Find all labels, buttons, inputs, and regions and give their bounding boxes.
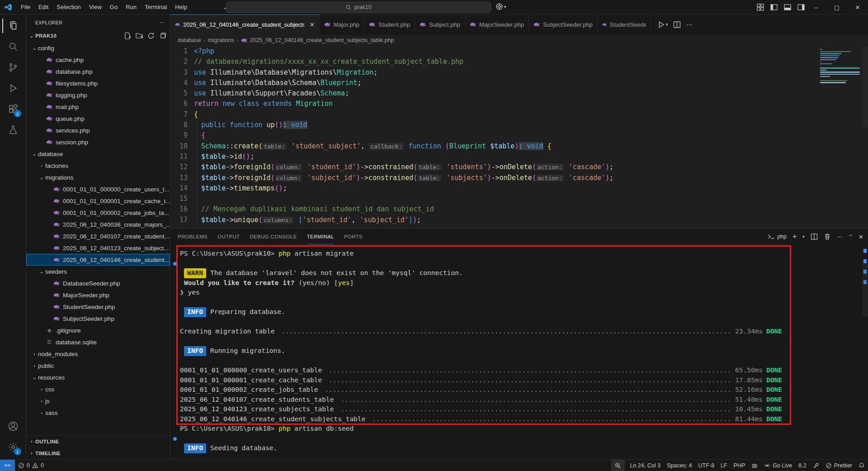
tree-item[interactable]: ›public (26, 360, 170, 371)
close-tab-icon[interactable]: ✕ (310, 21, 315, 28)
tree-item[interactable]: SubjectSeeder.php (26, 313, 170, 324)
tree-item[interactable]: filesystems.php (26, 77, 170, 89)
tree-item[interactable]: ☰database.sqlite (26, 336, 170, 348)
panel-tab-ports[interactable]: PORTS (344, 229, 363, 244)
breadcrumb-segment[interactable]: 2025_06_12_040146_create_student_subject… (250, 37, 394, 43)
close-button[interactable]: ✕ (847, 0, 868, 14)
tree-item[interactable]: ›sass (26, 407, 170, 419)
editor-tab[interactable]: SubjectSeeder.php (529, 14, 598, 34)
menu-help[interactable]: Help (171, 2, 191, 12)
menu-edit[interactable]: Edit (34, 2, 52, 12)
maximize-button[interactable]: ▢ (826, 0, 847, 14)
account-icon[interactable] (2, 416, 24, 437)
copilot-status[interactable] (748, 460, 761, 471)
tree-item[interactable]: logging.php (26, 89, 170, 101)
run-debug-icon[interactable] (2, 78, 24, 99)
toggle-sidebar-icon[interactable] (770, 4, 778, 11)
minimize-button[interactable]: – (806, 0, 826, 14)
language-mode[interactable]: PHP (731, 460, 749, 471)
tree-item[interactable]: ◈.gitignore (26, 324, 170, 336)
eol-sequence[interactable]: LF (717, 460, 731, 471)
new-folder-icon[interactable] (136, 32, 143, 39)
tree-item[interactable]: ›node_modules (26, 348, 170, 360)
cursor-position[interactable]: Ln 24, Col 3 (627, 460, 663, 471)
tree-item[interactable]: database.php (26, 66, 170, 77)
breadcrumb-segment[interactable]: migrations (208, 37, 234, 43)
tree-item[interactable]: ›js (26, 395, 170, 407)
tree-item[interactable]: services.php (26, 124, 170, 136)
tree-item[interactable]: ⌄migrations (26, 171, 170, 183)
copilot-menu[interactable]: ▾ (495, 3, 506, 10)
shell-selector[interactable]: php (768, 233, 787, 240)
panel-tab-problems[interactable]: PROBLEMS (178, 229, 208, 244)
toggle-panel-icon[interactable] (784, 4, 791, 11)
terminal-output[interactable]: PS C:\Users\ASUS\prak10> php artisan mig… (170, 244, 868, 459)
source-control-icon[interactable] (2, 57, 24, 78)
tree-item[interactable]: ⌄database (26, 148, 170, 160)
settings-gear-icon[interactable]: 1 (2, 437, 24, 457)
tree-item[interactable]: ›css (26, 383, 170, 395)
editor-tab[interactable]: MajorSeeder.php (465, 14, 529, 34)
root-folder-row[interactable]: ⌄ PRAK10 (26, 30, 170, 41)
explorer-icon[interactable] (2, 15, 24, 36)
menu-selection[interactable]: Selection (52, 2, 85, 12)
breadcrumb[interactable]: database›migrations›2025_06_12_040146_cr… (170, 34, 868, 46)
timeline-section[interactable]: › TIMELINE (26, 447, 170, 459)
menu-go[interactable]: Go (106, 2, 122, 12)
editor-tab[interactable]: Subject.php (415, 14, 465, 34)
indentation[interactable]: Spaces: 4 (664, 460, 695, 471)
tree-item[interactable]: mail.php (26, 101, 170, 113)
panel-more-icon[interactable]: ⋯ (837, 233, 843, 240)
menu-run[interactable]: Run (122, 2, 141, 12)
split-editor-icon[interactable] (673, 21, 681, 29)
remote-indicator[interactable]: >< (0, 460, 15, 471)
menu-terminal[interactable]: Terminal (141, 2, 171, 12)
run-php-button[interactable]: ▾ (657, 21, 668, 29)
search-sidebar-icon[interactable] (2, 36, 24, 57)
key-status[interactable] (810, 460, 822, 471)
testing-icon[interactable] (2, 119, 24, 140)
split-terminal-icon[interactable] (811, 233, 818, 240)
close-panel-icon[interactable]: ✕ (859, 233, 863, 240)
terminal-scrollbar[interactable] (862, 262, 868, 317)
problems-status[interactable]: 0 0 (15, 460, 47, 471)
sidebar-more-icon[interactable]: ⋯ (160, 19, 165, 25)
tree-item[interactable]: ›factories (26, 160, 170, 171)
tree-item[interactable]: ⌄seeders (26, 266, 170, 277)
refresh-icon[interactable] (147, 32, 155, 39)
tree-item[interactable]: DatabaseSeeder.php (26, 277, 170, 289)
customize-layout-icon[interactable] (757, 4, 764, 11)
tree-item[interactable]: queue.php (26, 113, 170, 124)
tree-item[interactable]: ⌄resources (26, 371, 170, 383)
editor-tab[interactable]: Major.php (320, 14, 364, 34)
tree-item[interactable]: ⌄config (26, 42, 170, 54)
minimap[interactable] (818, 47, 862, 86)
extensions-icon[interactable]: 2 (2, 99, 24, 119)
notifications-bell[interactable] (855, 460, 868, 471)
new-terminal-icon[interactable]: + (793, 233, 797, 241)
editor-tab[interactable]: Student.php (364, 14, 415, 34)
tree-item[interactable]: StudentSeeder.php (26, 301, 170, 313)
encoding[interactable]: UTF-8 (695, 460, 717, 471)
tree-item[interactable]: session.php (26, 136, 170, 148)
tree-item[interactable]: 0001_01_01_000002_create_jobs_ta... (26, 207, 170, 219)
php-version[interactable]: 8.2 (795, 460, 809, 471)
maximize-panel-icon[interactable]: ⌃ (849, 234, 853, 240)
editor-tab[interactable]: 2025_06_12_040146_create_student_subject… (170, 14, 320, 34)
toggle-secondary-sidebar-icon[interactable] (797, 4, 805, 11)
kill-terminal-icon[interactable] (824, 233, 831, 240)
panel-tab-output[interactable]: OUTPUT (217, 229, 240, 244)
outline-section[interactable]: › OUTLINE (26, 436, 170, 447)
tree-item[interactable]: 2025_06_12_040107_create_student... (26, 230, 170, 242)
breadcrumb-segment[interactable]: database (178, 37, 201, 43)
tree-item[interactable]: MajorSeeder.php (26, 289, 170, 301)
menu-file[interactable]: File (17, 2, 34, 12)
editor-more-icon[interactable]: ⋯ (686, 21, 692, 28)
tree-item[interactable]: 2025_06_12_040036_create_majors_... (26, 219, 170, 230)
menu-view[interactable]: View (85, 2, 106, 12)
collapse-all-icon[interactable] (159, 32, 166, 39)
command-decoration-dot[interactable] (173, 262, 177, 266)
tree-item[interactable]: 2025_06_12_040146_create_student... (26, 254, 170, 266)
command-decoration-dot[interactable] (173, 437, 177, 441)
screencast-zoom-button[interactable] (611, 460, 625, 471)
